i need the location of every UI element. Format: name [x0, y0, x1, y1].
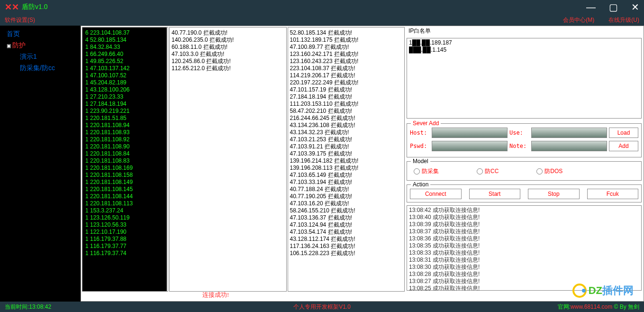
- whitelist-box[interactable]: 1██.██.189.187███.██.1.145: [407, 38, 642, 119]
- status-right: 官网:www.68114.com © By 無剑: [558, 303, 639, 311]
- fcuk-button[interactable]: Fcuk: [587, 189, 639, 199]
- list-item: 1 122.10.17.190: [85, 229, 164, 236]
- model-opt-dos[interactable]: 防DOS: [536, 167, 562, 175]
- pswd-label: Pswd:: [410, 143, 430, 149]
- action-legend: Action: [411, 181, 430, 188]
- close-icon[interactable]: ✕: [631, 1, 639, 13]
- list-item: 13:08:39 成功获取连接信息!: [409, 221, 639, 228]
- use-input[interactable]: [531, 128, 607, 138]
- sidebar-item[interactable]: ▣防护: [0, 40, 81, 51]
- menu-member[interactable]: 会员中心(M): [563, 16, 594, 24]
- list-item: 13:08:30 成功获取连接信息!: [409, 264, 639, 271]
- sidebar-item[interactable]: 演示1: [0, 51, 81, 63]
- add-button[interactable]: Add: [609, 141, 638, 151]
- sidebar: 首页▣防护演示1防采集/防cc: [0, 26, 81, 302]
- list-item: 223.104.108.37 拦截成功!: [290, 65, 403, 72]
- maximize-icon[interactable]: ▢: [609, 1, 618, 13]
- list-item: 27.184.18.194 拦截成功!: [290, 93, 403, 101]
- list-item: 112.65.212.0 拦截成功!: [172, 65, 284, 72]
- list-item: 1 220.181.108.94: [85, 122, 164, 129]
- list-item: 47.103.65.149 拦截成功!: [290, 172, 403, 179]
- log-list-1[interactable]: 40.77.190.0 拦截成功!140.206.235.0 拦截成功!60.1…: [170, 28, 286, 291]
- list-item: 117.136.24.163 拦截成功!: [290, 243, 403, 250]
- minimize-icon[interactable]: —: [586, 2, 596, 13]
- radio-collect[interactable]: [414, 168, 420, 174]
- statusbar: 当前时间:13:08:42 个人专用开发框架V1.0 官网:www.68114.…: [0, 302, 644, 312]
- titlebar: ✕✕ 盾防v1.0 — ▢ ✕: [0, 0, 644, 14]
- load-button[interactable]: Load: [609, 128, 638, 138]
- list-item: 123.160.243.223 拦截成功!: [290, 58, 403, 65]
- radio-cc[interactable]: [477, 168, 483, 174]
- host-input[interactable]: [432, 128, 508, 138]
- sidebar-item[interactable]: 防采集/防cc: [0, 63, 81, 74]
- list-item: 1 116.179.37.77: [85, 243, 164, 250]
- action-group: Action Connect Start Stop Fcuk: [407, 184, 642, 202]
- list-item: 40.77.190.205 拦截成功!: [290, 193, 403, 200]
- log-panel-1: 40.77.190.0 拦截成功!140.206.235.0 拦截成功!60.1…: [169, 27, 287, 292]
- list-item: 47.103.21.253 拦截成功!: [290, 136, 403, 143]
- list-item: 1 123.126.50.119: [85, 214, 164, 221]
- list-item: 140.206.235.0 拦截成功!: [172, 37, 284, 44]
- list-item: 47.103.136.37 拦截成功!: [290, 214, 403, 221]
- app-logo-icon: ✕✕: [5, 2, 19, 12]
- list-item: 1 223.90.219.221: [85, 108, 164, 115]
- list-item: 47.100.89.77 拦截成功!: [290, 44, 403, 51]
- connect-status: 连接成功!: [202, 291, 229, 299]
- log-panel-2: 52.80.185.134 拦截成功!101.132.189.175 拦截成功!…: [288, 27, 405, 292]
- list-item: 40.77.190.0 拦截成功!: [172, 29, 284, 37]
- sidebar-item[interactable]: 首页: [0, 28, 81, 40]
- list-item: 1 84.32.84.33: [85, 44, 164, 51]
- radio-dos[interactable]: [536, 168, 543, 174]
- pswd-input[interactable]: [432, 141, 508, 151]
- list-item: 111.203.153.110 拦截成功!: [290, 101, 403, 108]
- status-center: 个人专用开发框架V1.0: [293, 303, 351, 311]
- connect-button[interactable]: Connect: [410, 189, 462, 199]
- model-group: Model 防采集 防CC 防DOS: [407, 161, 642, 181]
- list-item: 13:08:40 成功获取连接信息!: [409, 214, 639, 221]
- list-item: 1 220.181.108.144: [85, 193, 164, 200]
- list-item: 52.80.185.134 拦截成功!: [290, 29, 403, 37]
- list-item: 1 220.181.108.149: [85, 179, 164, 186]
- list-item: 101.132.189.175 拦截成功!: [290, 37, 403, 44]
- ip-count-list[interactable]: 6 223.104.108.374 52.80.185.1341 84.32.8…: [82, 28, 167, 291]
- list-item: 1 220.181.108.90: [85, 143, 164, 150]
- list-item: 40.77.188.24 拦截成功!: [290, 186, 403, 193]
- app-title: 盾防v1.0: [22, 3, 47, 11]
- list-item: 120.245.86.0 拦截成功!: [172, 58, 284, 65]
- log-list-2[interactable]: 52.80.185.134 拦截成功!101.132.189.175 拦截成功!…: [288, 28, 405, 291]
- stop-button[interactable]: Stop: [528, 189, 580, 199]
- note-input[interactable]: [531, 141, 607, 151]
- list-item: 43.128.112.174 拦截成功!: [290, 236, 403, 243]
- list-item: 13:08:28 成功获取连接信息!: [409, 271, 639, 278]
- list-item: 13:08:36 成功获取连接信息!: [409, 235, 639, 242]
- list-item: 123.160.242.171 拦截成功!: [290, 51, 403, 58]
- list-item: 1 27.184.18.194: [85, 101, 164, 108]
- connection-log[interactable]: 13:08:42 成功获取连接信息!13:08:40 成功获取连接信息!13:0…: [407, 205, 642, 291]
- ip-count-panel: 6 223.104.108.374 52.80.185.1341 84.32.8…: [82, 27, 168, 292]
- list-item: 1██.██.189.187: [409, 39, 639, 46]
- list-item: 47.103.91.21 拦截成功!: [290, 143, 403, 150]
- list-item: 1 49.85.226.52: [85, 58, 164, 65]
- list-item: 43.134.236.108 拦截成功!: [290, 122, 403, 129]
- server-add-group: Sever Add Host: Use: Load Pswd: Note: Ad…: [407, 123, 642, 157]
- list-item: 1 66.249.66.40: [85, 51, 164, 58]
- list-item: 43.134.32.23 拦截成功!: [290, 129, 403, 136]
- status-time: 当前时间:13:08:42: [5, 303, 51, 311]
- menu-settings[interactable]: 软件设置(S): [5, 16, 35, 24]
- list-item: 13:08:35 成功获取连接信息!: [409, 242, 639, 249]
- list-item: 1 220.181.108.169: [85, 165, 164, 172]
- list-item: 13:08:33 成功获取连接信息!: [409, 249, 639, 257]
- list-item: 139.196.214.182 拦截成功!: [290, 157, 403, 165]
- model-opt-cc[interactable]: 防CC: [477, 167, 499, 175]
- list-item: 220.197.222.249 拦截成功!: [290, 79, 403, 86]
- list-item: 1 220.181.108.92: [85, 136, 164, 143]
- menu-upgrade[interactable]: 在线升级(U): [608, 16, 639, 24]
- list-item: 1 43.128.100.206: [85, 86, 164, 93]
- server-legend: Sever Add: [411, 120, 441, 127]
- list-item: 1 116.179.37.74: [85, 250, 164, 257]
- list-item: 1 27.210.23.33: [85, 93, 164, 101]
- start-button[interactable]: Start: [469, 189, 521, 199]
- host-label: Host:: [410, 129, 430, 136]
- main-area: 6 223.104.108.374 52.80.185.1341 84.32.8…: [81, 26, 644, 302]
- model-opt-collect[interactable]: 防采集: [414, 167, 439, 175]
